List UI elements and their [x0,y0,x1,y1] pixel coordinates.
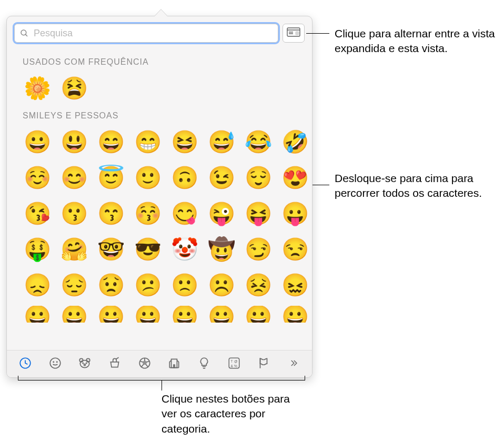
emoji-item[interactable]: 🤡 [169,234,200,265]
emoji-item[interactable]: 😀 [22,127,53,157]
emoji-item[interactable]: 😏 [243,234,274,265]
svg-point-10 [56,362,57,362]
emoji-item[interactable]: 😣 [243,270,274,300]
emoji-item[interactable]: 🤗 [58,234,90,265]
svg-text:&: & [230,364,233,367]
search-input[interactable] [14,24,278,43]
emoji-item[interactable]: 🤠 [206,234,237,265]
emoji-item[interactable]: 🙃 [169,163,200,193]
emoji-item[interactable]: 😜 [206,198,237,229]
category-symbols[interactable]: T@&% [221,354,247,375]
emoji-item[interactable]: 😇 [95,163,127,193]
emoji-item[interactable]: 😕 [132,270,164,300]
emoji-item[interactable]: 😙 [95,198,127,229]
svg-line-21 [141,364,143,367]
emoji-item[interactable]: 😆 [169,127,200,157]
emoji-item[interactable]: 😀 [132,306,164,323]
category-activity[interactable] [132,354,158,375]
emoji-item[interactable]: 😘 [22,198,53,229]
search-icon [19,28,29,38]
emoji-item[interactable]: 😒 [279,234,311,265]
emoji-item[interactable]: 😚 [132,198,164,229]
soccer-icon [138,356,152,372]
callout-scroll: Desloque-se para cima para percorrer tod… [335,171,503,201]
emoji-item[interactable]: 🤣 [279,127,311,157]
svg-point-9 [53,362,54,362]
expand-icon [287,26,300,40]
category-objects[interactable] [191,354,217,375]
svg-marker-17 [143,360,146,364]
callout-line [313,185,329,185]
category-bar: T@&% [7,350,312,377]
svg-line-22 [146,364,148,367]
emoji-item[interactable]: 🤑 [22,234,53,265]
emoji-item[interactable]: 😍 [279,163,311,193]
category-food[interactable] [102,354,128,375]
category-travel[interactable] [161,354,187,375]
emoji-item[interactable]: 😛 [279,198,311,229]
smiley-icon [48,356,62,372]
emoji-item[interactable]: 😝 [243,198,274,229]
emoji-item[interactable]: 🤓 [95,234,127,265]
search-field-wrap [14,24,278,43]
emoji-item[interactable]: 😟 [95,270,127,300]
emoji-item[interactable]: 😉 [206,163,237,193]
emoji-item[interactable]: 😊 [58,163,90,193]
emoji-item[interactable]: 😂 [243,127,274,157]
emoji-item[interactable]: 🙂 [132,163,164,193]
building-icon [167,356,181,372]
emoji-scroll-area[interactable]: USADOS COM FREQUÊNCIA 🌼 😫 SMILEYS E PESS… [7,46,312,350]
emoji-item[interactable]: 😀 [279,306,311,323]
category-more[interactable] [280,354,307,375]
emoji-item[interactable]: 😞 [22,270,53,300]
emoji-item[interactable]: 😗 [58,198,90,229]
emoji-item[interactable]: 😀 [206,306,237,323]
emoji-item[interactable]: 😌 [243,163,274,193]
svg-point-15 [84,364,86,365]
callout-expand: Clique para alternar entre a vista expan… [335,26,503,56]
emoji-item[interactable]: 😃 [58,127,90,157]
emoji-item[interactable]: 😎 [132,234,164,265]
callout-line [162,380,162,390]
symbols-icon: T@&% [227,356,241,372]
callout-line [306,33,329,34]
emoji-item[interactable]: 🙁 [169,270,200,300]
emoji-item[interactable]: 😔 [58,270,90,300]
svg-point-8 [50,358,61,368]
section-header-smileys: SMILEYS E PESSOAS [23,111,304,121]
category-animals[interactable] [72,354,98,375]
svg-text:@: @ [234,359,238,363]
category-recent[interactable] [12,354,38,375]
lightbulb-icon [197,356,211,372]
food-icon [108,356,122,372]
emoji-item[interactable]: 😖 [279,270,311,300]
emoji-item[interactable]: 😋 [169,198,200,229]
emoji-item[interactable]: 😫 [58,73,90,104]
emoji-item[interactable]: ☺️ [22,163,53,193]
clock-icon [18,356,32,372]
emoji-item[interactable]: 😄 [95,127,127,157]
emoji-item[interactable]: 😀 [22,306,53,323]
category-flags[interactable] [250,354,277,375]
popover-pointer [154,9,168,16]
svg-point-13 [83,363,83,363]
emoji-item[interactable]: 😀 [95,306,127,323]
toggle-expanded-view-button[interactable] [283,24,305,43]
emoji-grid-frequent: 🌼 😫 [22,73,304,104]
emoji-item[interactable]: 😀 [243,306,274,323]
svg-line-19 [140,361,143,362]
emoji-item[interactable]: 🌼 [22,73,53,104]
emoji-item[interactable]: ☹️ [206,270,237,300]
callout-categories: Clique nestes botões para ver os caracte… [162,392,298,436]
emoji-item[interactable]: 😀 [58,306,90,323]
emoji-item[interactable]: 😀 [169,306,200,323]
svg-line-20 [146,361,149,362]
svg-text:T: T [230,359,233,363]
svg-rect-29 [174,365,175,367]
emoji-item[interactable]: 😁 [132,127,164,157]
svg-rect-23 [172,359,177,367]
emoji-item[interactable]: 😅 [206,127,237,157]
svg-line-1 [25,34,27,36]
flag-icon [257,356,270,372]
category-smileys[interactable] [42,354,68,375]
